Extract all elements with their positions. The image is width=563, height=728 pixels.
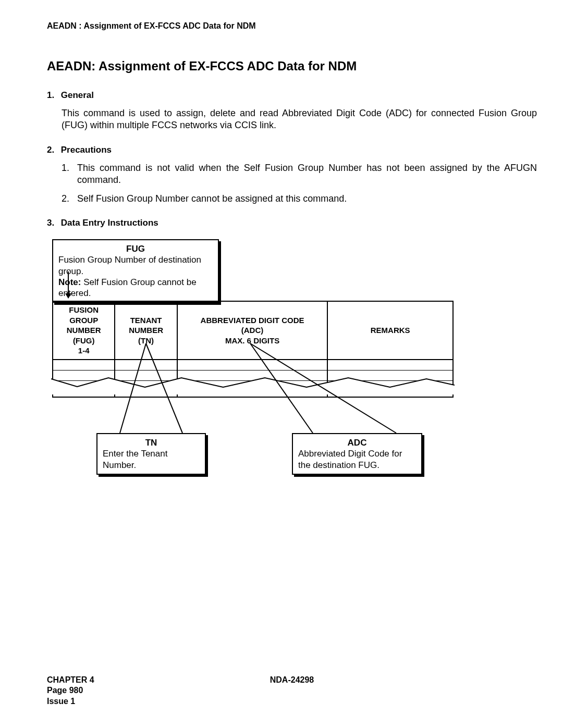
item-text: Self Fusion Group Number cannot be assig…: [77, 193, 537, 205]
th-tn: TENANT NUMBER (TN): [115, 302, 177, 359]
general-body: This command is used to assign, delete a…: [62, 107, 537, 132]
callout-text: Enter the Tenant Number.: [103, 448, 200, 471]
precaution-item: 1. This command is not valid when the Se…: [62, 162, 537, 187]
th-line: (TN): [117, 336, 174, 346]
table-row: [53, 381, 452, 397]
section-label: Precautions: [61, 145, 112, 155]
section-data-entry: 3. Data Entry Instructions FUG Fusion Gr…: [47, 217, 537, 468]
footer-page: Page 980: [47, 685, 94, 696]
section-precautions: 2. Precautions 1. This command is not va…: [47, 144, 537, 205]
callout-text: Abbreviated Digit Code for the destinati…: [298, 448, 416, 471]
table-header-row: FUSION GROUP NUMBER (FUG) 1-4 TENANT NUM…: [53, 302, 452, 360]
th-line: ABBREVIATED DIGIT CODE: [180, 315, 325, 326]
footer-doc: NDA-24298: [270, 675, 314, 684]
callout-adc: ADC Abbreviated Digit Code for the desti…: [292, 433, 422, 475]
data-entry-table: FUSION GROUP NUMBER (FUG) 1-4 TENANT NUM…: [52, 301, 454, 398]
callout-note: Note: Self Fusion Group cannot be entere…: [58, 277, 213, 299]
th-line: FUSION GROUP: [55, 305, 112, 325]
callout-title: ADC: [298, 437, 416, 448]
footer-chapter: CHAPTER 4: [47, 675, 94, 686]
page-title: AEADN: Assignment of EX-FCCS ADC Data fo…: [47, 58, 537, 74]
item-text: This command is not valid when the Self …: [77, 162, 537, 187]
th-fug: FUSION GROUP NUMBER (FUG) 1-4: [53, 302, 115, 359]
section-general: 1. General This command is used to assig…: [47, 90, 537, 132]
th-line: (ADC): [180, 325, 325, 336]
running-header: AEADN : Assignment of EX-FCCS ADC Data f…: [47, 21, 537, 32]
section-number: 2.: [47, 144, 58, 156]
data-entry-diagram: FUG Fusion Group Number of destination g…: [52, 239, 506, 468]
callout-title: TN: [103, 437, 200, 448]
callout-fug: FUG Fusion Group Number of destination g…: [52, 239, 219, 303]
callout-line: Fusion Group Number of destination group…: [58, 254, 213, 277]
section-label: General: [61, 90, 94, 100]
section-number: 3.: [47, 217, 58, 229]
th-remarks: REMARKS: [328, 302, 452, 359]
footer-issue: Issue 1: [47, 696, 94, 707]
item-number: 1.: [62, 162, 77, 187]
precaution-item: 2. Self Fusion Group Number cannot be as…: [62, 193, 537, 205]
th-line: NUMBER: [117, 325, 174, 336]
table-row: [53, 360, 452, 371]
th-line: REMARKS: [330, 325, 450, 336]
th-line: MAX. 6 DIGITS: [180, 336, 325, 346]
arrow-down-icon: [68, 272, 69, 298]
th-line: (FUG): [55, 336, 112, 346]
page-footer: CHAPTER 4 Page 980 Issue 1 NDA-24298: [47, 675, 537, 707]
callout-title: FUG: [58, 243, 213, 254]
th-line: TENANT: [117, 315, 174, 326]
callout-tn: TN Enter the Tenant Number.: [96, 433, 206, 475]
note-label: Note:: [58, 277, 81, 287]
th-line: NUMBER: [55, 325, 112, 336]
table-row: [53, 371, 452, 381]
section-number: 1.: [47, 90, 58, 101]
th-line: 1-4: [55, 346, 112, 356]
section-label: Data Entry Instructions: [61, 218, 158, 228]
th-adc: ABBREVIATED DIGIT CODE (ADC) MAX. 6 DIGI…: [178, 302, 328, 359]
item-number: 2.: [62, 193, 77, 205]
